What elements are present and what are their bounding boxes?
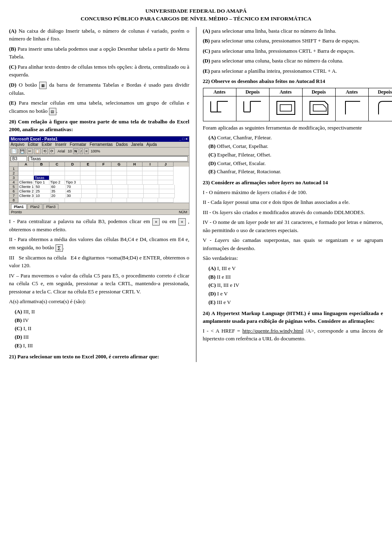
q22-options: (A) Cortar, Chanfrar, Filetear. (B) Offs… (203, 134, 383, 176)
autocad-col-header: Antes (203, 88, 236, 96)
toolbar-align-center: ≡ (84, 148, 89, 154)
draw-2-antes (269, 96, 302, 121)
svg-rect-8 (277, 101, 295, 114)
table-split-icon: ▦ (39, 82, 47, 89)
toolbar-btn: 💾 (19, 148, 26, 154)
excel-row-3: 3 Taxas (9, 176, 189, 180)
svg-rect-9 (280, 105, 292, 111)
excel-row-5: 5 Cliente 1 50 60 70 (9, 185, 189, 189)
q21-e: (E) para selecionar a planilha inteira, … (203, 67, 383, 75)
q20-opt-c: (C) I, II (15, 324, 189, 333)
foram-label: Foram aplicadas as seguintes ferramentas… (203, 124, 383, 132)
right-column: (A) para selecionar uma linha, basta cli… (203, 27, 383, 345)
excel-statusbar: Pronto NÚM (9, 209, 189, 215)
draw-1-antes (203, 96, 236, 121)
sigma-icon: Σ (56, 244, 63, 252)
excel-formula-bar: B3 Taxas (9, 156, 189, 162)
toolbar-btn: ⟲ (42, 148, 48, 154)
draw-3-antes (335, 96, 368, 121)
excel-toolbar: 📄 💾 ✂ 📋 ⟲ ⟳ Arial 10 N I ≡ 100% (9, 148, 189, 156)
q23-opt-a: (A) I, III e V (209, 264, 383, 273)
afirmativas-label: A(s) afirmativa(s) correta(s) é (são): (9, 297, 189, 306)
autocad-col-header: Depois (302, 88, 335, 96)
sheet-tab-3: Plan3 (43, 204, 58, 209)
page: UNIVERSIDADE FEDERAL DO AMAPÁ CONCURSO P… (0, 0, 392, 369)
q20-opt-d: (D) III (15, 333, 189, 342)
q20-opt-a: (A) III, II (15, 308, 189, 316)
sheet-tab-2: Plan2 (27, 204, 42, 209)
q23-v: V - Layers são camadas superpostas, nas … (203, 236, 383, 252)
q22-title: 22) Observe os desenhos abaixo feitos no… (203, 77, 383, 85)
q21-d: (D) para selecionar uma coluna, basta cl… (203, 57, 383, 65)
left-column: (A) Na caixa de diálogo Inserir tabela, … (9, 27, 189, 362)
q20-opt-e: (E) I, III (15, 342, 189, 350)
page-header: UNIVERSIDADE FEDERAL DO AMAPÁ CONCURSO P… (9, 7, 383, 23)
toolbar-btn: ⟳ (49, 148, 55, 154)
q23-opt-e: (E) III e V (209, 298, 383, 307)
q21-b: (B) para selecionar uma coluna, pression… (203, 37, 383, 45)
q23-true-label: São verdadeiras: (203, 254, 383, 262)
q24-i: I - < A HREF = http://quente.frio.windy.… (203, 327, 383, 343)
autocad-col-header: Antes (269, 88, 302, 96)
column-divider (196, 27, 196, 362)
excel-iv-text: IV – Para movermos o valor da célula C5 … (9, 272, 189, 296)
autocad-col-header: Depois (236, 88, 269, 96)
q21-title: 21) Para selecionar um texto no Excel 20… (9, 353, 189, 361)
formula-input: Taxas (29, 156, 188, 161)
excel-ii-text: II - Para obtermos a média dos valores d… (9, 235, 189, 252)
merge-cells-icon: ▤ (49, 108, 56, 115)
toolbar-italic: I (80, 148, 83, 154)
toolbar-btn: 📄 (11, 148, 18, 154)
q23-ii: II - Cada layer possui uma cor e dois ti… (203, 198, 383, 206)
autocad-col-header: Antes (335, 88, 368, 96)
main-content: (A) Na caixa de diálogo Inserir tabela, … (9, 27, 383, 362)
excel-sheet-tabs: Plan1 Plan2 Plan3 (9, 203, 189, 209)
q23-opt-d: (D) I e V (209, 290, 383, 298)
q-e-text: (E) Para mesclar células em uma tabela, … (9, 99, 189, 115)
q22-opt-c: (C) Espelhar, Filetear, Offset. (209, 151, 383, 159)
q22-opt-d: (D) Cortar, Offset, Escalar. (209, 159, 383, 168)
q21-a: (A) para selecionar uma linha, basta cli… (203, 27, 383, 35)
q20-opt-b: (B) IV (15, 316, 189, 325)
cell-name-box: B3 (11, 156, 27, 161)
toolbar-btn: 📋 (34, 148, 41, 154)
excel-screenshot: Microsoft Excel - Pasta1 _ □ × Arquivo E… (9, 136, 189, 215)
excel-row-7: 7 Cliente 3 10 20 30 (9, 194, 189, 198)
q-a-text: (A) Na caixa de diálogo Inserir tabela, … (9, 27, 189, 43)
header-title-line1: UNIVERSIDADE FEDERAL DO AMAPÁ (9, 7, 383, 15)
excel-row-6: 6 Cliente 2 25 35 45 (9, 189, 189, 194)
excel-menubar: Arquivo Editar Exibir Inserir Formatar F… (9, 142, 189, 148)
q22-opt-e: (E) Chanfrar, Filetear, Rotacionar. (209, 168, 383, 176)
col-header-row: A B C D E F G H I J (9, 162, 189, 167)
excel-row-4: 4 Clientes Tipo 1 Tipo 2 Tipo 3 (9, 180, 189, 185)
q22-opt-a: (A) Cortar, Chanfrar, Filetear. (209, 134, 383, 142)
q-c-text: (C) Para alinhar texto dentro de células… (9, 63, 189, 79)
q23-options: (A) I, III e V (B) II e III (C) II, III … (203, 264, 383, 307)
q20-title: 20) Com relação à figura que mostra part… (9, 118, 189, 134)
excel-grid: A B C D E F G H I J 1 (9, 162, 189, 203)
excel-i-text: I - Para centralizar a palavra na célula… (9, 217, 189, 234)
q23-opt-c: (C) II, III e IV (209, 281, 383, 290)
excel-row-2: 2 (9, 171, 189, 176)
autocad-col-header: Depois (368, 88, 392, 96)
q20-options: (A) III, II (B) IV (C) I, II (D) III (E)… (9, 308, 189, 350)
excel-row-1: 1 (9, 167, 189, 171)
q23-iv: IV - O nome de um layer pode ter até 31 … (203, 218, 383, 234)
draw-2-depois (302, 96, 335, 121)
q24-title: 24) A Hypertext Markup Language (HTML) é… (203, 309, 383, 325)
toolbar-bold: N (73, 148, 78, 154)
excel-window-btns: _ □ × (179, 137, 188, 141)
center-align-icon-1: ≡ (152, 218, 160, 226)
q22-opt-b: (B) Offset, Cortar, Espelhar. (209, 142, 383, 151)
q-d-text: (D) O botão ▦ da barra de ferramenta Tab… (9, 81, 189, 97)
svg-marker-10 (310, 101, 328, 114)
q23-opt-b: (B) II e III (209, 273, 383, 282)
excel-titlebar: Microsoft Excel - Pasta1 _ □ × (9, 136, 189, 142)
q23-title: 23) Considere as afirmações sobre layers… (203, 179, 383, 187)
draw-1-depois (236, 96, 269, 121)
excel-row-8: 8 (9, 198, 189, 203)
q21-c: (C) para selecionar uma linha, pressiona… (203, 47, 383, 55)
q23-iii: III - Os layers são criados e modificado… (203, 208, 383, 217)
excel-iii-text: III Se slicarmos na célula E4 e digitarm… (9, 254, 189, 270)
center-align-icon-2: ≡ (178, 218, 186, 226)
